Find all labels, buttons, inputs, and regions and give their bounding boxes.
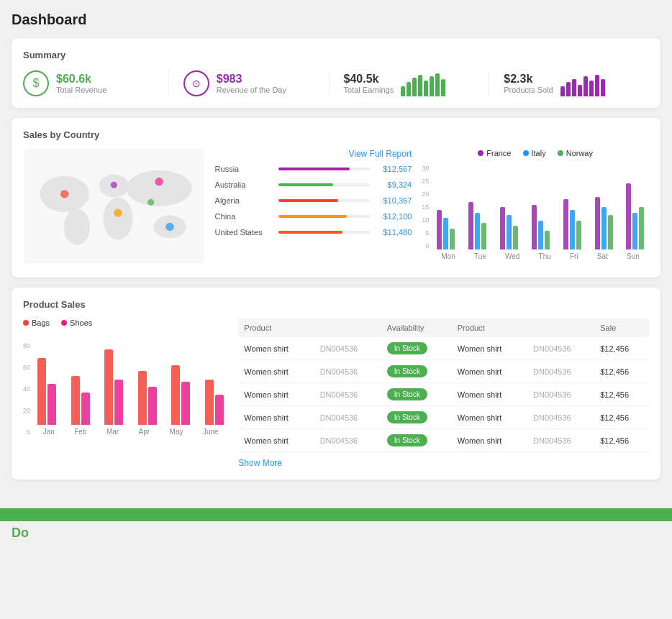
revenue-day-text: $983 Revenue of the Day	[217, 73, 286, 94]
legend-norway: Norway	[558, 149, 593, 157]
mini-bar	[407, 82, 411, 96]
in-stock-badge: In Stock	[387, 365, 427, 377]
cell-product1: Women shirt	[238, 429, 314, 452]
cell-product2: Women shirt	[452, 337, 527, 360]
product-y-axis: 80 60 40 20 0	[23, 342, 33, 436]
product-table: Product Availability Product Sale Women …	[238, 318, 649, 452]
cell-product2: Women shirt	[452, 406, 527, 429]
bar-item	[601, 207, 607, 249]
country-bar-bg	[278, 199, 371, 202]
mini-bar	[412, 78, 417, 96]
x-axis-label: Sat	[597, 252, 608, 260]
x-axis-label: Mon	[441, 252, 455, 260]
country-bar-fill	[278, 183, 334, 186]
bar-group	[563, 199, 581, 249]
svg-point-2	[64, 208, 91, 244]
chart-with-axis: 30 25 20 15 10 5 0 MonTueWedThuFriSatSun	[422, 163, 649, 260]
country-value: $11,480	[376, 228, 412, 237]
bar-item	[507, 215, 512, 249]
bar-group	[595, 197, 613, 249]
country-name: China	[215, 212, 273, 221]
product-bar	[205, 380, 214, 425]
products-sold-text: $2.3k Products Sold	[504, 73, 553, 94]
bar-item	[639, 207, 644, 249]
col-product: Product	[238, 318, 381, 337]
product-bars-area: JanFebMarAprMayJune	[33, 331, 228, 436]
bar-item	[595, 197, 600, 249]
bottom-bar	[0, 508, 672, 521]
product-bar	[114, 380, 123, 425]
table-row: Women shirt DN004536 In Stock Women shir…	[238, 337, 649, 360]
country-row: Australia $9,324	[215, 180, 412, 189]
bar-item	[570, 210, 575, 249]
legend-italy: Italy	[523, 149, 546, 157]
bar-item	[632, 213, 637, 249]
svg-point-4	[103, 197, 132, 239]
country-bar-bg	[278, 168, 371, 170]
legend-shoes: Shoes	[61, 318, 92, 327]
bar-item	[437, 210, 442, 249]
bar-item	[608, 215, 613, 249]
svg-point-5	[126, 170, 191, 206]
revenue-label: Total Revenue	[56, 86, 106, 94]
cell-sale: $12,456	[594, 429, 649, 452]
x-axis-label: Fri	[570, 252, 578, 260]
product-bar-groups	[33, 331, 228, 425]
products-sold-label: Products Sold	[504, 86, 553, 94]
col-availability: Availability	[381, 318, 452, 337]
bar-item	[532, 205, 537, 249]
country-bar-bg	[278, 183, 371, 186]
y-axis: 30 25 20 15 10 5 0	[422, 163, 432, 249]
show-more-button[interactable]: Show More	[238, 458, 282, 468]
in-stock-badge: In Stock	[387, 388, 427, 400]
cell-status: In Stock	[381, 383, 452, 406]
country-bar-fill	[278, 231, 342, 234]
bar-item	[481, 223, 486, 249]
mini-bar	[589, 81, 594, 96]
cell-product1: Women shirt	[238, 360, 314, 383]
bar-item	[563, 199, 568, 249]
summary-card: Summary $ $60.6k Total Revenue ⊙ $983 Re…	[12, 38, 660, 108]
product-bar-group	[37, 358, 56, 425]
bar-chart-inner: MonTueWedThuFriSatSun	[432, 163, 649, 260]
country-bar-bg	[278, 231, 371, 234]
product-bar-group	[138, 371, 157, 425]
revenue-day-value: $983	[217, 73, 286, 86]
bar-item	[443, 218, 448, 249]
world-map-svg	[23, 149, 205, 264]
sales-table: View Full Report Russia $12,567 Australi…	[215, 149, 412, 266]
table-row: Women shirt DN004536 In Stock Women shir…	[238, 406, 649, 429]
bar-item	[500, 207, 505, 249]
earnings-text: $40.5k Total Earnings	[344, 73, 394, 94]
cell-dn2: DN004536	[527, 383, 594, 406]
mini-bar	[601, 79, 605, 96]
cell-dn2: DN004536	[527, 360, 594, 383]
summary-title: Summary	[23, 50, 649, 60]
mini-bar	[566, 82, 571, 96]
in-stock-badge: In Stock	[387, 434, 427, 446]
cell-product1: Women shirt	[238, 383, 314, 406]
x-axis-label: Sun	[627, 252, 640, 260]
product-x-axis: JanFebMarAprMayJune	[33, 428, 228, 436]
view-full-report[interactable]: View Full Report	[215, 149, 412, 159]
revenue-day-icon: ⊙	[183, 70, 209, 96]
country-bar-fill	[278, 168, 350, 170]
cell-status: In Stock	[381, 360, 452, 383]
cell-status: In Stock	[381, 429, 452, 452]
cell-product1: Women shirt	[238, 406, 314, 429]
country-rows: Russia $12,567 Australia $9,324 Algeria …	[215, 165, 412, 237]
summary-total-revenue: $ $60.6k Total Revenue	[23, 70, 169, 96]
cell-dn1: DN004536	[314, 337, 381, 360]
cell-product1: Women shirt	[238, 337, 314, 360]
country-bar-fill	[278, 215, 348, 218]
legend-france: France	[478, 149, 511, 157]
product-chart-with-axis: 80 60 40 20 0 JanFebMarAprMayJune	[23, 331, 228, 436]
revenue-day-label: Revenue of the Day	[217, 86, 286, 94]
bar-item	[468, 202, 473, 249]
country-name: Australia	[215, 180, 273, 189]
cell-product2: Women shirt	[452, 429, 527, 452]
country-value: $9,324	[376, 180, 412, 189]
country-name: Algeria	[215, 196, 273, 205]
product-x-label: Jan	[43, 428, 55, 436]
sales-country-card: Sales by Country	[12, 118, 660, 278]
